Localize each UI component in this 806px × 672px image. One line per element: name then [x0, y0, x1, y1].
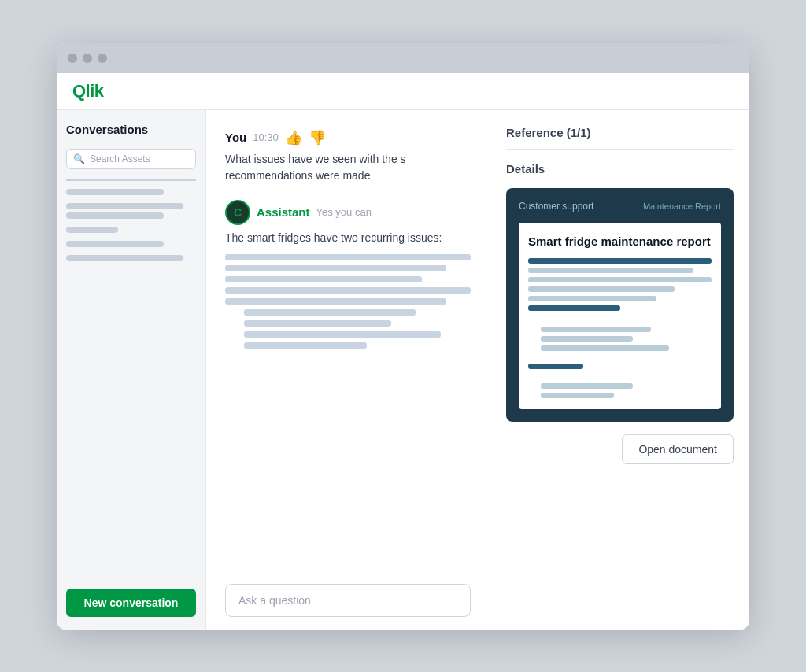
thumbs-actions: 👍 👎: [285, 129, 326, 146]
doc-card-header: Customer support Maintenance Report: [519, 201, 721, 212]
doc-line: [541, 345, 669, 351]
main-layout: Conversations 🔍 Search Assets: [57, 110, 749, 630]
traffic-light-close: [68, 54, 77, 63]
list-item[interactable]: [66, 255, 196, 261]
list-item[interactable]: [66, 203, 196, 219]
content-line: [244, 320, 391, 327]
chat-input-area: Ask a question: [206, 574, 490, 630]
list-item[interactable]: [66, 227, 196, 233]
doc-line: [541, 393, 614, 398]
document-card: Customer support Maintenance Report Smar…: [506, 188, 734, 423]
chat-panel: You 10:30 👍 👎 What issues have we seen w…: [206, 110, 490, 630]
doc-title: Smart fridge maintenance report: [528, 234, 712, 249]
content-line: [225, 287, 471, 294]
chat-input-placeholder: Ask a question: [238, 594, 311, 607]
reference-panel: Reference (1/1) Details Customer support…: [490, 110, 749, 630]
conv-line: [66, 241, 164, 247]
search-box[interactable]: 🔍 Search Assets: [66, 149, 196, 169]
content-line: [225, 276, 422, 282]
app-container: Qlik Conversations 🔍 Search Assets: [57, 73, 749, 630]
doc-line: [528, 286, 675, 292]
content-line: [244, 331, 441, 338]
sidebar: Conversations 🔍 Search Assets: [57, 110, 206, 630]
doc-card-inner: Smart fridge maintenance report: [519, 223, 721, 410]
doc-spacer: [528, 315, 712, 323]
list-item[interactable]: [66, 189, 196, 195]
chat-input[interactable]: Ask a question: [225, 584, 471, 617]
doc-type: Maintenance Report: [643, 201, 721, 211]
doc-line: [528, 258, 712, 264]
qlik-logo: Qlik: [72, 81, 104, 102]
conv-line: [66, 255, 183, 261]
conversation-list: [66, 179, 196, 579]
user-time: 10:30: [253, 131, 279, 143]
conv-line: [66, 212, 164, 219]
content-line: [225, 265, 446, 271]
thumbs-up-icon[interactable]: 👍: [285, 129, 302, 146]
doc-line: [528, 305, 620, 311]
conv-line: [66, 227, 118, 233]
user-message-group: You 10:30 👍 👎 What issues have we seen w…: [225, 129, 471, 184]
assistant-author: Assistant: [257, 205, 310, 219]
doc-line: [541, 383, 633, 389]
app-topbar: Qlik: [57, 73, 749, 110]
chat-messages: You 10:30 👍 👎 What issues have we seen w…: [206, 110, 490, 574]
search-icon: 🔍: [73, 153, 85, 164]
assistant-avatar: C: [225, 200, 250, 225]
doc-line: [528, 277, 712, 282]
new-conversation-button[interactable]: New conversation: [66, 589, 196, 617]
doc-category: Customer support: [519, 201, 593, 212]
assistant-greeting: Yes you can: [316, 206, 372, 218]
open-document-button[interactable]: Open document: [622, 434, 734, 464]
doc-spacer: [528, 355, 712, 360]
browser-titlebar: [57, 43, 749, 73]
thumbs-down-icon[interactable]: 👎: [309, 129, 326, 146]
doc-line: [528, 296, 656, 301]
doc-line: [541, 327, 651, 332]
doc-content-lines: [528, 258, 712, 398]
sidebar-title: Conversations: [66, 123, 196, 136]
doc-line: [528, 364, 583, 369]
content-line: [225, 298, 446, 305]
traffic-light-maximize: [98, 54, 107, 63]
assistant-message-text: The smart fridges have two recurring iss…: [225, 230, 471, 246]
doc-line: [528, 268, 693, 273]
assistant-message-group: C Assistant Yes you can The smart fridge…: [225, 200, 471, 349]
doc-spacer: [528, 373, 712, 379]
content-line: [225, 254, 471, 260]
content-line: [244, 309, 416, 316]
search-placeholder: Search Assets: [90, 153, 150, 164]
user-message-header: You 10:30 👍 👎: [225, 129, 471, 146]
browser-window: Qlik Conversations 🔍 Search Assets: [57, 43, 749, 630]
conv-line: [66, 189, 164, 195]
user-author: You: [225, 131, 246, 144]
content-line: [244, 342, 367, 349]
assistant-message-header: C Assistant Yes you can: [225, 200, 471, 225]
doc-line: [541, 336, 633, 342]
conv-line: [66, 203, 183, 209]
traffic-light-minimize: [83, 54, 92, 63]
assistant-content-lines: [225, 254, 471, 349]
details-label: Details: [506, 162, 734, 175]
user-message-text: What issues have we seen with the s reco…: [225, 151, 471, 184]
separator-line: [66, 179, 196, 181]
list-item[interactable]: [66, 241, 196, 247]
reference-title: Reference (1/1): [506, 126, 734, 150]
